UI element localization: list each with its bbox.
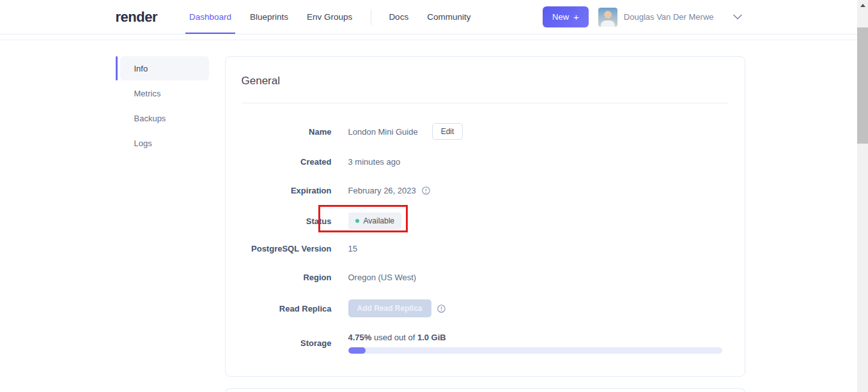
database-name-value: London Mini Guide: [348, 127, 418, 137]
row-created: Created 3 minutes ago: [242, 155, 729, 169]
status-badge-label: Available: [364, 216, 394, 225]
render-logo[interactable]: render: [116, 9, 157, 26]
row-label: Name: [242, 127, 332, 137]
storage-usage-text: 4.75% used out of 1.0 GiB: [348, 333, 722, 342]
sidebar-item-backups[interactable]: Backups: [120, 106, 209, 130]
scrollbar-thumb[interactable]: [857, 27, 868, 144]
sidebar-item-info[interactable]: Info: [120, 56, 209, 80]
row-region: Region Oregon (US West): [242, 271, 729, 284]
nav-item-env-groups[interactable]: Env Groups: [307, 0, 352, 34]
postgresql-version-value: 15: [348, 244, 357, 253]
avatar-photo: [604, 11, 612, 19]
row-read-replica: Read Replica Add Read Replica: [242, 299, 729, 317]
scrollbar-up-arrow[interactable]: [857, 0, 868, 11]
status-badge: Available: [348, 213, 401, 229]
row-label: Region: [242, 273, 332, 282]
card-title-divider: [242, 103, 729, 103]
chevron-down-icon[interactable]: [733, 14, 742, 20]
avatar-photo-shirt: [601, 20, 615, 27]
row-storage: Storage 4.75% used out of 1.0 GiB: [242, 333, 729, 354]
created-value: 3 minutes ago: [348, 157, 401, 167]
info-icon[interactable]: [437, 305, 446, 313]
sidebar: Info Metrics Backups Logs: [116, 56, 209, 156]
status-dot-icon: [355, 219, 359, 223]
row-name: Name London Mini Guide Edit: [242, 123, 729, 140]
add-read-replica-button[interactable]: Add Read Replica: [348, 299, 431, 317]
sidebar-item-label: Metrics: [134, 89, 161, 98]
avatar[interactable]: [598, 8, 617, 27]
user-name[interactable]: Douglas Van Der Merwe: [624, 12, 714, 22]
info-icon[interactable]: [422, 186, 430, 195]
row-label: Created: [242, 157, 332, 167]
row-label: PostgreSQL Version: [242, 244, 332, 253]
triangle-up-icon: [860, 4, 865, 7]
nav-item-docs[interactable]: Docs: [389, 0, 408, 34]
plus-icon: +: [573, 14, 579, 20]
storage-progress-fill: [348, 347, 366, 354]
storage-progress-bar: [348, 347, 722, 354]
row-label: Status: [242, 216, 332, 226]
card-title: General: [242, 75, 729, 87]
sidebar-item-label: Info: [134, 64, 148, 73]
new-button[interactable]: New +: [543, 6, 589, 27]
storage-used-percent: 4.75%: [348, 333, 372, 342]
storage-total: 1.0 GiB: [417, 333, 446, 342]
vertical-scrollbar[interactable]: [857, 0, 868, 392]
active-indicator-bar: [116, 56, 118, 80]
next-section-card: [225, 388, 745, 392]
nav-item-dashboard[interactable]: Dashboard: [189, 0, 231, 34]
expiration-value: February 26, 2023: [348, 186, 416, 195]
nav-item-blueprints[interactable]: Blueprints: [250, 0, 288, 34]
edit-button[interactable]: Edit: [432, 123, 463, 140]
row-label: Expiration: [242, 186, 332, 195]
sidebar-item-metrics[interactable]: Metrics: [120, 81, 209, 105]
storage-middle-text: used out of: [371, 333, 417, 342]
nav-divider: [371, 10, 371, 25]
sidebar-item-logs[interactable]: Logs: [120, 131, 209, 155]
region-value: Oregon (US West): [348, 273, 417, 282]
general-card: General Name London Mini Guide Edit Crea…: [225, 56, 745, 377]
nav-item-community[interactable]: Community: [427, 0, 470, 34]
row-postgresql-version: PostgreSQL Version 15: [242, 242, 729, 255]
top-navigation-bar: render Dashboard Blueprints Env Groups D…: [0, 0, 857, 34]
new-button-label: New: [552, 12, 569, 22]
row-label: Storage: [242, 338, 332, 348]
sidebar-item-label: Logs: [134, 139, 152, 148]
row-label: Read Replica: [242, 304, 332, 313]
main-nav: Dashboard Blueprints Env Groups Docs Com…: [189, 0, 489, 34]
row-status: Status Available: [242, 213, 729, 229]
sidebar-item-label: Backups: [134, 114, 166, 123]
row-expiration: Expiration February 26, 2023: [242, 184, 729, 197]
